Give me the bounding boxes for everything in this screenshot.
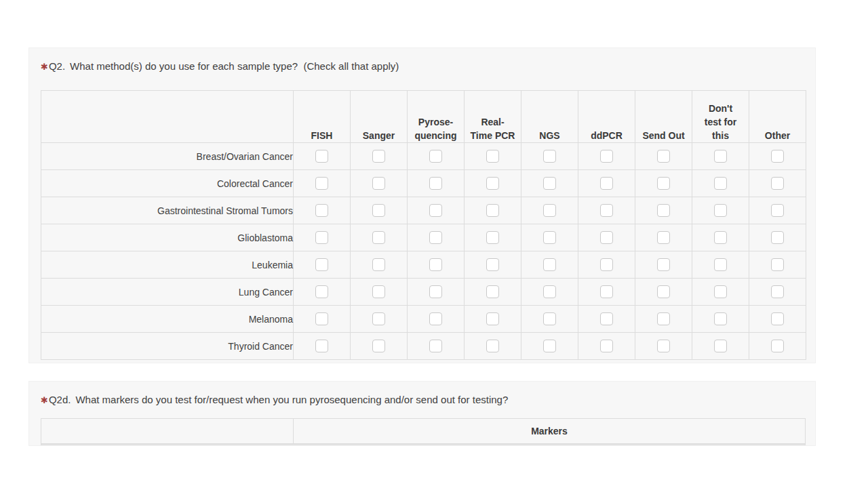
row-label: Leukemia [41, 251, 294, 279]
checkbox-cell-other [749, 251, 806, 279]
method-checkbox[interactable] [600, 204, 613, 217]
column-header-dont-test: Don'ttest forthis [692, 91, 749, 143]
method-checkbox[interactable] [714, 231, 727, 244]
method-checkbox[interactable] [714, 150, 727, 163]
method-checkbox[interactable] [600, 150, 613, 163]
q2d-question: ✱Q2d.What markers do you test for/reques… [29, 382, 815, 407]
checkbox-cell-ddpcr [578, 306, 635, 333]
method-checkbox[interactable] [543, 285, 556, 298]
sample-row: Breast/Ovarian Cancer [41, 143, 806, 170]
method-checkbox[interactable] [600, 231, 613, 244]
method-checkbox[interactable] [714, 285, 727, 298]
method-checkbox[interactable] [657, 285, 670, 298]
column-header-fish: FISH [294, 91, 351, 143]
method-checkbox[interactable] [657, 231, 670, 244]
checkbox-cell-send-out [635, 306, 692, 333]
checkbox-cell-send-out [635, 197, 692, 224]
method-checkbox[interactable] [771, 204, 784, 217]
method-checkbox[interactable] [600, 312, 613, 325]
method-checkbox[interactable] [486, 340, 499, 352]
checkbox-cell-sanger [351, 197, 408, 224]
method-checkbox[interactable] [771, 231, 784, 244]
method-checkbox[interactable] [315, 258, 328, 271]
method-checkbox[interactable] [543, 312, 556, 325]
method-checkbox[interactable] [315, 312, 328, 325]
checkbox-cell-send-out [635, 279, 692, 306]
method-checkbox[interactable] [372, 150, 385, 163]
method-checkbox[interactable] [315, 340, 328, 352]
method-checkbox[interactable] [486, 177, 499, 190]
method-checkbox[interactable] [429, 258, 442, 271]
method-checkbox[interactable] [657, 204, 670, 217]
method-checkbox[interactable] [486, 150, 499, 163]
checkbox-cell-sanger [351, 143, 408, 170]
method-checkbox[interactable] [486, 258, 499, 271]
method-checkbox[interactable] [771, 285, 784, 298]
column-header-ddpcr: ddPCR [578, 91, 635, 143]
method-checkbox[interactable] [429, 340, 442, 352]
method-checkbox[interactable] [543, 340, 556, 352]
method-checkbox[interactable] [315, 177, 328, 190]
checkbox-cell-real-time-pcr [465, 197, 521, 224]
method-checkbox[interactable] [372, 177, 385, 190]
method-checkbox[interactable] [315, 231, 328, 244]
checkbox-cell-dont-test [692, 170, 749, 197]
method-checkbox[interactable] [714, 340, 727, 352]
checkbox-cell-real-time-pcr [465, 333, 521, 360]
method-checkbox[interactable] [429, 177, 442, 190]
method-checkbox[interactable] [315, 204, 328, 217]
method-checkbox[interactable] [714, 312, 727, 325]
method-checkbox[interactable] [600, 258, 613, 271]
method-checkbox[interactable] [657, 312, 670, 325]
method-checkbox[interactable] [657, 340, 670, 352]
method-checkbox[interactable] [657, 150, 670, 163]
method-checkbox[interactable] [429, 150, 442, 163]
method-checkbox[interactable] [372, 312, 385, 325]
checkbox-cell-ddpcr [578, 197, 635, 224]
method-checkbox[interactable] [429, 285, 442, 298]
method-checkbox[interactable] [771, 258, 784, 271]
checkbox-cell-ddpcr [578, 251, 635, 279]
method-checkbox[interactable] [714, 204, 727, 217]
checkbox-cell-dont-test [692, 143, 749, 170]
method-checkbox[interactable] [315, 150, 328, 163]
method-checkbox[interactable] [372, 340, 385, 352]
sample-row: Colorectal Cancer [41, 170, 806, 197]
method-checkbox[interactable] [543, 150, 556, 163]
method-checkbox[interactable] [600, 285, 613, 298]
method-checkbox[interactable] [486, 204, 499, 217]
method-checkbox[interactable] [657, 177, 670, 190]
method-checkbox[interactable] [600, 177, 613, 190]
method-checkbox[interactable] [771, 312, 784, 325]
method-checkbox[interactable] [657, 258, 670, 271]
method-checkbox[interactable] [486, 231, 499, 244]
method-checkbox[interactable] [771, 177, 784, 190]
method-checkbox[interactable] [543, 177, 556, 190]
method-checkbox[interactable] [600, 340, 613, 352]
method-checkbox[interactable] [714, 258, 727, 271]
checkbox-cell-real-time-pcr [465, 279, 521, 306]
method-checkbox[interactable] [486, 312, 499, 325]
sample-row: Lung Cancer [41, 279, 806, 306]
method-checkbox[interactable] [429, 312, 442, 325]
method-checkbox[interactable] [714, 177, 727, 190]
method-checkbox[interactable] [486, 285, 499, 298]
method-checkbox[interactable] [429, 231, 442, 244]
method-checkbox[interactable] [372, 204, 385, 217]
method-checkbox[interactable] [771, 150, 784, 163]
method-checkbox[interactable] [429, 204, 442, 217]
checkbox-cell-real-time-pcr [465, 170, 521, 197]
sample-row: Thyroid Cancer [41, 333, 806, 360]
q2d-section: ✱Q2d.What markers do you test for/reques… [28, 381, 816, 446]
method-checkbox[interactable] [315, 285, 328, 298]
method-checkbox[interactable] [543, 231, 556, 244]
method-checkbox[interactable] [372, 258, 385, 271]
q2-header-row: FISHSangerPyrose-quencingReal-Time PCRNG… [41, 91, 806, 143]
method-checkbox[interactable] [543, 258, 556, 271]
method-checkbox[interactable] [372, 231, 385, 244]
method-checkbox[interactable] [543, 204, 556, 217]
method-checkbox[interactable] [372, 285, 385, 298]
checkbox-cell-sanger [351, 333, 408, 360]
method-checkbox[interactable] [771, 340, 784, 352]
column-header-send-out: Send Out [635, 91, 692, 143]
